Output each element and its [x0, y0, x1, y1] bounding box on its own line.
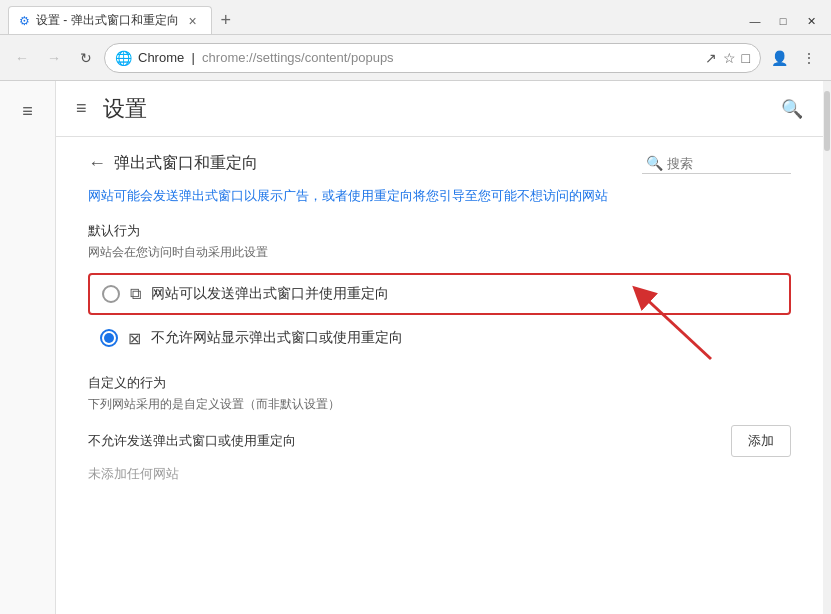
main-content: ≡ 设置 🔍 ← 弹出式窗口和重定向 🔍 网站可能会发送弹出式窗口以展示广告，或…	[56, 81, 823, 614]
radio-inner-dot	[104, 333, 114, 343]
settings-menu-icon[interactable]: ≡	[76, 98, 87, 119]
settings-title: 设置	[103, 94, 147, 124]
breadcrumb-back-button[interactable]: ←	[88, 153, 106, 174]
add-button[interactable]: 添加	[731, 425, 791, 457]
block-custom-label: 不允许发送弹出式窗口或使用重定向	[88, 432, 296, 450]
address-text: Chrome | chrome://settings/content/popup…	[138, 50, 699, 65]
sidebar: ≡	[0, 81, 56, 614]
navbar: ← → ↻ 🌐 Chrome | chrome://settings/conte…	[0, 35, 831, 81]
allow-icon: ⧉	[130, 285, 141, 303]
forward-button[interactable]: →	[40, 44, 68, 72]
url-separator: |	[188, 50, 199, 65]
block-icon: ⊠	[128, 329, 141, 348]
default-behavior-title: 默认行为	[88, 222, 791, 240]
scrollbar-track	[823, 81, 831, 614]
search-input[interactable]	[667, 156, 787, 171]
custom-behavior-sub: 下列网站采用的是自定义设置（而非默认设置）	[88, 396, 791, 413]
page-content: ← 弹出式窗口和重定向 🔍 网站可能会发送弹出式窗口以展示广告，或者使用重定向将…	[56, 137, 823, 499]
settings-header: ≡ 设置 🔍	[56, 81, 823, 137]
share-icon: ↗	[705, 50, 717, 66]
menu-button[interactable]: ⋮	[795, 44, 823, 72]
allow-radio[interactable]	[102, 285, 120, 303]
url-text: chrome://settings/content/popups	[202, 50, 394, 65]
search-box: 🔍	[642, 153, 791, 174]
chrome-label: Chrome	[138, 50, 184, 65]
description-text: 网站可能会发送弹出式窗口以展示广告，或者使用重定向将您引导至您可能不想访问的网站	[88, 186, 791, 206]
address-bar[interactable]: 🌐 Chrome | chrome://settings/content/pop…	[104, 43, 761, 73]
breadcrumb-row: ← 弹出式窗口和重定向 🔍	[88, 153, 791, 174]
default-behavior-sub: 网站会在您访问时自动采用此设置	[88, 244, 791, 261]
default-behavior-section: 默认行为 网站会在您访问时自动采用此设置 ⧉ 网站可以发送弹出式窗口并使用重定向	[88, 222, 791, 358]
block-custom-row: 不允许发送弹出式窗口或使用重定向 添加	[88, 425, 791, 457]
maximize-button[interactable]: □	[771, 12, 795, 30]
active-tab[interactable]: ⚙ 设置 - 弹出式窗口和重定向 ×	[8, 6, 212, 34]
custom-behavior-section: 自定义的行为 下列网站采用的是自定义设置（而非默认设置） 不允许发送弹出式窗口或…	[88, 374, 791, 483]
empty-label: 未添加任何网站	[88, 465, 791, 483]
block-radio[interactable]	[100, 329, 118, 347]
new-tab-button[interactable]: +	[212, 6, 240, 34]
settings-search-icon[interactable]: 🔍	[781, 98, 803, 120]
svg-line-1	[641, 294, 711, 359]
sidebar-menu-icon[interactable]: ≡	[14, 93, 41, 130]
profile-button[interactable]: 👤	[765, 44, 793, 72]
window-controls: — □ ✕	[743, 12, 823, 34]
navbar-actions: 👤 ⋮	[765, 44, 823, 72]
block-label: 不允许网站显示弹出式窗口或使用重定向	[151, 329, 403, 347]
custom-behavior-title: 自定义的行为	[88, 374, 791, 392]
titlebar: ⚙ 设置 - 弹出式窗口和重定向 × + — □ ✕	[0, 0, 831, 35]
tab-close-button[interactable]: ×	[185, 13, 201, 29]
chrome-icon: 🌐	[115, 50, 132, 66]
back-button[interactable]: ←	[8, 44, 36, 72]
content-wrapper: ≡ ≡ 设置 🔍 ← 弹出式窗口和重定向 🔍 网站可能会发送弹出	[0, 81, 831, 614]
tab-favicon: ⚙	[19, 14, 30, 28]
minimize-button[interactable]: —	[743, 12, 767, 30]
refresh-button[interactable]: ↻	[72, 44, 100, 72]
red-arrow	[611, 274, 731, 364]
breadcrumb-title: 弹出式窗口和重定向	[114, 153, 258, 174]
extensions-icon[interactable]: □	[742, 50, 750, 66]
scrollbar-thumb[interactable]	[824, 91, 830, 151]
allow-label: 网站可以发送弹出式窗口并使用重定向	[151, 285, 389, 303]
search-icon: 🔍	[646, 155, 663, 171]
tab-title: 设置 - 弹出式窗口和重定向	[36, 12, 179, 29]
bookmark-icon[interactable]: ☆	[723, 50, 736, 66]
breadcrumb-left: ← 弹出式窗口和重定向	[88, 153, 258, 174]
close-button[interactable]: ✕	[799, 12, 823, 30]
